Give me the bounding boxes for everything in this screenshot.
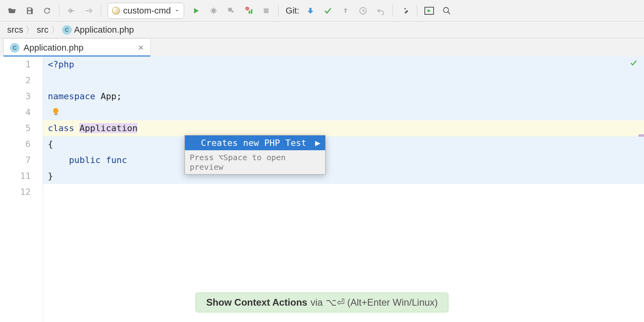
chevron-right-icon: ▶ bbox=[315, 138, 320, 148]
toolbar-separator bbox=[278, 5, 279, 17]
code-token: Application bbox=[79, 123, 137, 133]
code-token: namespace bbox=[48, 91, 100, 101]
intention-action-item[interactable]: Creates new PHP Test ▶ bbox=[185, 135, 325, 150]
breadcrumb-label: Application.php bbox=[74, 25, 134, 35]
code-token bbox=[48, 75, 53, 85]
breadcrumb: srcs 〉 src 〉 C Application.php bbox=[0, 22, 644, 38]
code-token: } bbox=[48, 171, 53, 181]
breadcrumb-item[interactable]: srcs bbox=[7, 25, 23, 35]
svg-rect-2 bbox=[249, 11, 250, 14]
code-line[interactable] bbox=[43, 104, 644, 120]
php-class-badge: C bbox=[62, 25, 72, 35]
line-number: 2 bbox=[0, 73, 31, 88]
toolbar-separator bbox=[417, 5, 417, 17]
code-line[interactable]: <?php bbox=[43, 57, 644, 73]
line-number: 4 bbox=[0, 104, 31, 120]
intention-popup: Creates new PHP Test ▶ Press ⌥Space to o… bbox=[185, 135, 326, 175]
breadcrumb-item[interactable]: C Application.php bbox=[62, 25, 134, 35]
code-token: public bbox=[48, 155, 106, 165]
line-number: 7 bbox=[0, 152, 31, 168]
error-stripe-marker[interactable] bbox=[638, 134, 644, 137]
git-rollback-icon[interactable] bbox=[373, 3, 389, 19]
git-commit-icon[interactable] bbox=[320, 3, 336, 19]
intention-hint: Press ⌥Space to open preview bbox=[185, 150, 325, 174]
toolbar-separator bbox=[393, 5, 393, 17]
code-line[interactable]: { bbox=[43, 136, 644, 152]
refresh-icon[interactable] bbox=[39, 3, 55, 19]
line-number: 5 bbox=[0, 120, 31, 136]
breadcrumb-item[interactable]: src bbox=[37, 25, 48, 35]
code-token: { bbox=[48, 139, 53, 149]
back-icon[interactable] bbox=[63, 3, 79, 19]
code-token bbox=[48, 187, 53, 197]
line-number: 1 bbox=[0, 57, 31, 73]
line-number: 3 bbox=[0, 88, 31, 104]
debug-icon[interactable] bbox=[206, 3, 222, 19]
close-icon[interactable]: ✕ bbox=[138, 43, 144, 52]
stop-icon[interactable] bbox=[258, 3, 274, 19]
code-line[interactable]: namespace App; bbox=[43, 88, 644, 104]
code-area[interactable]: <?php namespace App; class Application{ … bbox=[43, 57, 644, 322]
chevron-right-icon: 〉 bbox=[26, 24, 34, 36]
svg-point-7 bbox=[444, 7, 449, 12]
svg-rect-4 bbox=[264, 8, 269, 13]
editor-tabs: C Application.php ✕ bbox=[0, 38, 644, 57]
search-icon[interactable] bbox=[439, 3, 455, 19]
main-toolbar: custom-cmd Git: bbox=[0, 0, 644, 22]
git-push-icon[interactable] bbox=[338, 3, 353, 19]
svg-rect-3 bbox=[251, 9, 252, 14]
editor-tab[interactable]: C Application.php ✕ bbox=[3, 38, 151, 57]
run-config-selector[interactable]: custom-cmd bbox=[108, 3, 184, 19]
code-line[interactable]: class Application bbox=[43, 120, 644, 136]
tab-label: Application.php bbox=[24, 43, 134, 53]
svg-rect-8 bbox=[55, 114, 57, 115]
run-config-icon bbox=[112, 7, 120, 15]
tip-rest: via ⌥⏎ (Alt+Enter Win/Linux) bbox=[310, 297, 438, 308]
git-label: Git: bbox=[286, 6, 299, 16]
open-icon[interactable] bbox=[4, 3, 20, 19]
editor: 1 2 3 4 5 6 7 11 12 <?php namespace App;… bbox=[0, 57, 644, 322]
save-icon[interactable] bbox=[22, 3, 37, 19]
line-number: 6 bbox=[0, 136, 31, 152]
run-anything-icon[interactable] bbox=[421, 3, 437, 19]
code-line[interactable] bbox=[43, 184, 644, 200]
gutter: 1 2 3 4 5 6 7 11 12 bbox=[0, 57, 43, 322]
toolbar-separator bbox=[101, 5, 101, 17]
line-number: 11 bbox=[0, 168, 31, 184]
chevron-right-icon: 〉 bbox=[51, 24, 60, 36]
code-token: <?php bbox=[48, 59, 74, 69]
code-line[interactable]: public func bbox=[43, 152, 644, 168]
breadcrumb-label: srcs bbox=[7, 25, 23, 35]
run-config-label: custom-cmd bbox=[123, 6, 171, 16]
tip-banner: Show Context Actions via ⌥⏎ (Alt+Enter W… bbox=[195, 293, 448, 312]
code-token: ; bbox=[116, 91, 122, 101]
code-token: func bbox=[106, 155, 127, 165]
code-token: App bbox=[100, 91, 116, 101]
code-line[interactable]: } bbox=[43, 168, 644, 184]
tip-strong: Show Context Actions bbox=[206, 297, 307, 308]
settings-icon[interactable] bbox=[397, 3, 413, 19]
profile-icon[interactable] bbox=[241, 3, 257, 19]
toolbar-separator bbox=[59, 5, 59, 17]
intention-label: Creates new PHP Test bbox=[201, 138, 306, 148]
line-number: 12 bbox=[0, 184, 31, 200]
run-icon[interactable] bbox=[188, 3, 204, 19]
breadcrumb-label: src bbox=[37, 25, 48, 35]
inspection-ok-icon[interactable] bbox=[630, 59, 638, 67]
code-token: class bbox=[48, 123, 79, 133]
chevron-down-icon bbox=[174, 8, 180, 14]
coverage-icon[interactable] bbox=[223, 3, 239, 19]
git-history-icon[interactable] bbox=[355, 3, 371, 19]
git-update-icon[interactable] bbox=[302, 3, 318, 19]
code-line[interactable] bbox=[43, 73, 644, 88]
intention-bulb-icon[interactable] bbox=[52, 107, 60, 117]
php-class-badge: C bbox=[10, 43, 20, 53]
intention-icon bbox=[190, 139, 197, 147]
forward-icon[interactable] bbox=[81, 3, 97, 19]
